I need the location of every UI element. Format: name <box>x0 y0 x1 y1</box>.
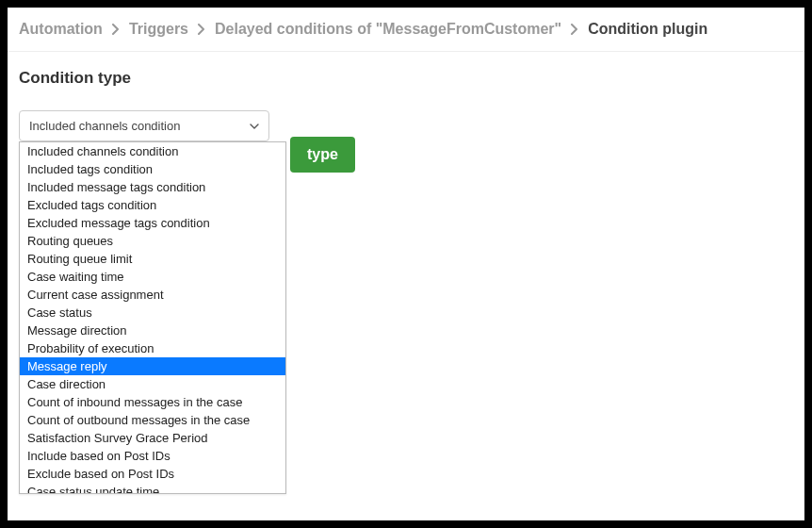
dropdown-option[interactable]: Case status <box>20 304 285 322</box>
dropdown-option[interactable]: Count of inbound messages in the case <box>20 393 285 411</box>
dropdown-option[interactable]: Probability of execution <box>20 339 285 357</box>
dropdown-option[interactable]: Message reply <box>20 357 285 375</box>
dropdown-option[interactable]: Routing queues <box>20 232 285 250</box>
dropdown-option[interactable]: Included message tags condition <box>20 178 285 196</box>
dropdown-option[interactable]: Case status update time <box>20 483 285 493</box>
breadcrumb-triggers[interactable]: Triggers <box>129 21 188 38</box>
dropdown-option[interactable]: Count of outbound messages in the case <box>20 411 285 429</box>
dropdown-option[interactable]: Current case assignment <box>20 286 285 304</box>
breadcrumb: Automation Triggers Delayed conditions o… <box>8 8 804 52</box>
dropdown-option[interactable]: Excluded message tags condition <box>20 214 285 232</box>
dropdown-option[interactable]: Satisfaction Survey Grace Period <box>20 429 285 447</box>
chevron-right-icon <box>571 24 578 35</box>
breadcrumb-automation[interactable]: Automation <box>19 21 103 38</box>
dropdown-option[interactable]: Include based on Post IDs <box>20 447 285 465</box>
select-current-value: Included channels condition <box>29 119 180 133</box>
dropdown-option[interactable]: Routing queue limit <box>20 250 285 268</box>
dropdown-option[interactable]: Message direction <box>20 322 285 339</box>
breadcrumb-condition-plugin: Condition plugin <box>588 21 707 38</box>
dropdown-option[interactable]: Case waiting time <box>20 268 285 286</box>
breadcrumb-delayed-conditions[interactable]: Delayed conditions of "MessageFromCustom… <box>215 21 561 38</box>
chevron-down-icon <box>250 124 259 129</box>
condition-type-select[interactable]: Included channels condition <box>19 110 269 141</box>
dropdown-option[interactable]: Exclude based on Post IDs <box>20 465 285 483</box>
section-title: Condition type <box>19 69 793 88</box>
dropdown-option[interactable]: Included channels condition <box>20 142 285 160</box>
dropdown-list[interactable]: Included channels conditionIncluded tags… <box>20 142 285 493</box>
dropdown-option[interactable]: Case direction <box>20 375 285 393</box>
dropdown-option[interactable]: Excluded tags condition <box>20 196 285 214</box>
condition-type-dropdown: Included channels conditionIncluded tags… <box>19 141 286 494</box>
chevron-right-icon <box>198 24 205 35</box>
type-button[interactable]: type <box>290 137 355 173</box>
chevron-right-icon <box>112 24 120 35</box>
dropdown-option[interactable]: Included tags condition <box>20 160 285 178</box>
